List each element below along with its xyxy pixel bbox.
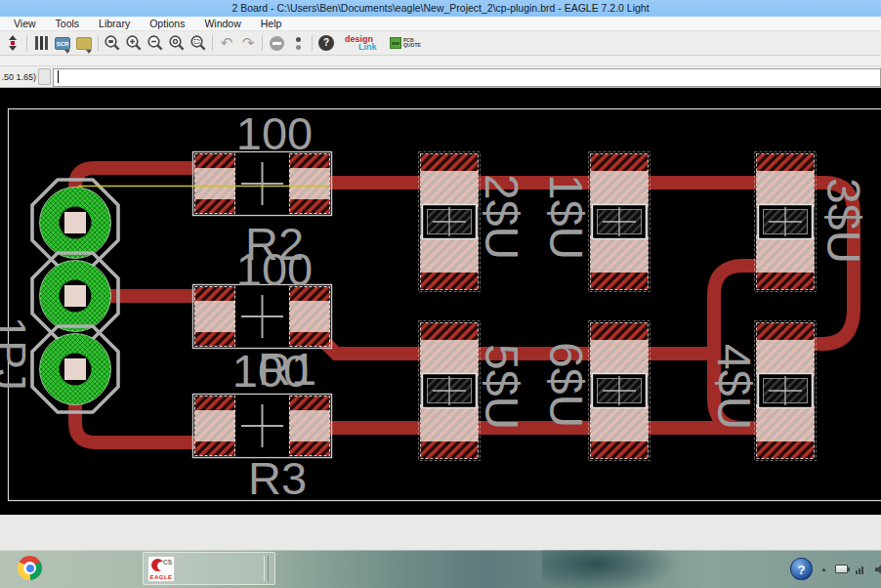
stop-icon[interactable]	[267, 33, 286, 53]
network-signal-icon[interactable]	[856, 564, 866, 574]
title-bar: 2 Board - C:\Users\Ben\Documents\eagle\N…	[0, 0, 881, 17]
menu-help[interactable]: Help	[251, 18, 292, 29]
toolbar-separator	[312, 35, 313, 51]
pcb-quote-button[interactable]: PCB QUOTE	[390, 37, 421, 49]
resistor-r2[interactable]	[193, 152, 332, 216]
label-u1: 1$U	[540, 174, 592, 260]
window-title: 2 Board - C:\Users\Ben\Documents\eagle\N…	[231, 2, 649, 14]
eagle-taskbar-button[interactable]: CS EAGLE	[143, 552, 275, 585]
connector-jp1[interactable]	[32, 180, 118, 412]
jp1-pad-3[interactable]	[32, 326, 118, 412]
layer-settings-icon[interactable]	[31, 33, 51, 53]
redo-icon[interactable]: ↷	[238, 33, 258, 53]
toolbar-separator	[26, 35, 27, 51]
zoom-out-icon[interactable]	[146, 33, 165, 53]
pcb-quote-chip-icon	[390, 37, 401, 49]
volume-icon[interactable]	[874, 563, 881, 576]
label-r3-name: R3	[248, 452, 307, 504]
coordinate-mode-button[interactable]	[38, 68, 51, 85]
command-input[interactable]	[53, 68, 881, 87]
help-tray-icon[interactable]: ?	[790, 558, 813, 580]
eagle-app-icon: CS EAGLE	[147, 556, 175, 582]
windows-taskbar: CS EAGLE ? ▲	[0, 550, 881, 588]
menu-library[interactable]: Library	[89, 18, 140, 29]
run-ulp-icon[interactable]	[74, 33, 94, 53]
label-r1-value: 100	[236, 243, 313, 295]
parameter-toolbar	[0, 56, 881, 66]
wallpaper-foliage	[542, 550, 679, 588]
component-u4[interactable]	[755, 321, 817, 461]
component-u6[interactable]	[589, 321, 650, 461]
chrome-taskbar-icon[interactable]	[18, 556, 42, 580]
help-icon[interactable]: ?	[316, 33, 336, 53]
undo-icon[interactable]: ↶	[217, 33, 236, 53]
menu-window[interactable]: Window	[194, 18, 250, 29]
taskbar-grip[interactable]	[264, 556, 269, 581]
label-r2-value: 100	[236, 107, 313, 159]
resistor-r3[interactable]	[193, 395, 332, 458]
script-icon[interactable]: SCR	[53, 33, 72, 53]
component-u3[interactable]	[755, 152, 817, 292]
show-hidden-icons-chevron[interactable]: ▲	[820, 566, 827, 572]
label-u3: 3$U	[818, 178, 869, 264]
component-u2[interactable]	[419, 152, 481, 292]
battery-icon[interactable]	[835, 565, 848, 573]
label-jp1: 1PJ	[0, 316, 34, 391]
component-u1[interactable]	[589, 152, 650, 292]
system-tray: ? ▲	[790, 550, 881, 588]
action-toolbar: SCR ↶ ↷ ? design Link PCB QUOTE	[0, 31, 881, 56]
label-u5: 5$U	[476, 344, 527, 430]
component-u5[interactable]	[419, 321, 481, 461]
zoom-fit-icon[interactable]	[103, 33, 122, 53]
menu-bar: View Tools Library Options Window Help	[0, 17, 881, 31]
menu-view[interactable]: View	[4, 18, 46, 29]
label-u2: 2$U	[476, 174, 527, 260]
zoom-select-icon[interactable]	[189, 33, 208, 53]
menu-tools[interactable]: Tools	[46, 18, 90, 29]
menu-options[interactable]: Options	[140, 18, 194, 29]
design-link-logo[interactable]: design Link	[345, 35, 386, 51]
status-strip	[0, 515, 881, 550]
traffic-light-icon[interactable]	[288, 33, 308, 53]
command-bar: .50 1.65)	[0, 66, 881, 88]
label-u4: 4$U	[708, 344, 760, 430]
board-canvas[interactable]: 100 R2 100 100 R1 R3 1PJ 2$U 1$U 3$U 5$U…	[0, 88, 881, 515]
toolbar-separator	[262, 35, 263, 51]
toolbar-separator	[98, 35, 99, 51]
text-caret	[58, 70, 59, 83]
label-r1-name: R1	[258, 343, 316, 395]
zoom-in-icon[interactable]	[124, 33, 144, 53]
fit-marker-icon[interactable]	[3, 33, 22, 53]
zoom-redraw-icon[interactable]	[167, 33, 187, 53]
label-u6: 6$U	[540, 342, 592, 428]
coordinate-readout: .50 1.65)	[0, 68, 36, 86]
toolbar-separator	[212, 35, 213, 51]
